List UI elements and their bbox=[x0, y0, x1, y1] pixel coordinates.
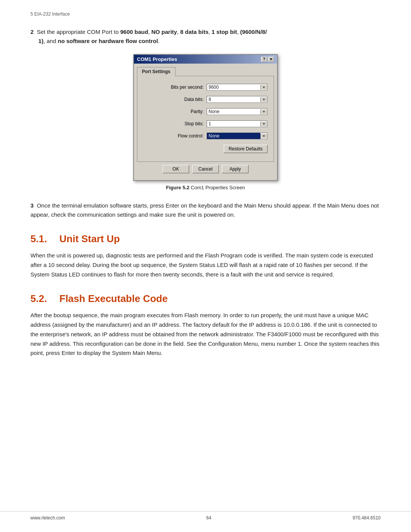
section-51-heading: 5.1. Unit Start Up bbox=[30, 233, 381, 245]
stop-bits-value: 1 bbox=[207, 121, 260, 127]
bits-per-second-label: Bits per second: bbox=[166, 85, 204, 90]
breadcrumb: 5 EIA-232 Interface bbox=[30, 11, 381, 17]
dialog-title: COM1 Properties bbox=[137, 56, 177, 62]
parity-label: Parity: bbox=[166, 109, 204, 114]
section-51-body: When the unit is powered up, diagnostic … bbox=[30, 251, 381, 279]
bits-per-second-row: Bits per second: 9600 ▼ bbox=[143, 84, 268, 91]
stop-bits-label: Stop bits: bbox=[166, 121, 204, 126]
stop-bits-select[interactable]: 1 ▼ bbox=[207, 120, 268, 127]
bits-per-second-value: 9600 bbox=[207, 84, 260, 90]
dialog-body: Port Settings Bits per second: 9600 ▼ Da bbox=[134, 64, 277, 180]
section-51-number: 5.1. bbox=[30, 233, 53, 245]
ok-button[interactable]: OK bbox=[162, 165, 189, 173]
dialog-tabs: Port Settings bbox=[137, 67, 274, 76]
stop-bits-arrow[interactable]: ▼ bbox=[260, 121, 267, 126]
bits-per-second-select[interactable]: 9600 ▼ bbox=[207, 84, 268, 91]
flow-control-row: Flow control: None ▼ bbox=[143, 133, 268, 139]
page-footer: www.rletech.com 64 970.484.6510 bbox=[0, 511, 411, 521]
close-button[interactable]: ✕ bbox=[268, 57, 274, 62]
restore-defaults-row: Restore Defaults bbox=[143, 145, 268, 153]
titlebar-buttons: ? ✕ bbox=[261, 57, 274, 62]
dialog-titlebar: COM1 Properties ? ✕ bbox=[134, 55, 277, 64]
help-button[interactable]: ? bbox=[261, 57, 267, 62]
section-51-title: Unit Start Up bbox=[59, 233, 120, 245]
stop-bits-row: Stop bits: 1 ▼ bbox=[143, 120, 268, 127]
data-bits-label: Data bits: bbox=[166, 97, 204, 102]
data-bits-select[interactable]: 8 ▼ bbox=[207, 96, 268, 103]
figure-container: COM1 Properties ? ✕ Port Settings Bits p… bbox=[30, 54, 381, 190]
section-52-heading: 5.2. Flash Executable Code bbox=[30, 293, 381, 305]
restore-defaults-button[interactable]: Restore Defaults bbox=[224, 145, 268, 153]
parity-value: None bbox=[207, 109, 260, 115]
com1-properties-dialog: COM1 Properties ? ✕ Port Settings Bits p… bbox=[133, 54, 278, 181]
dialog-content: Bits per second: 9600 ▼ Data bits: 8 ▼ bbox=[137, 76, 274, 162]
port-settings-tab[interactable]: Port Settings bbox=[137, 67, 175, 76]
section-52-title: Flash Executable Code bbox=[59, 293, 168, 305]
flow-control-label: Flow control: bbox=[166, 133, 204, 139]
data-bits-value: 8 bbox=[207, 96, 260, 102]
apply-button[interactable]: Apply bbox=[222, 165, 249, 173]
parity-row: Parity: None ▼ bbox=[143, 108, 268, 115]
data-bits-arrow[interactable]: ▼ bbox=[260, 97, 267, 102]
flow-control-value: None bbox=[207, 133, 260, 139]
cancel-button[interactable]: Cancel bbox=[192, 165, 219, 173]
flow-control-select[interactable]: None ▼ bbox=[207, 133, 268, 139]
step2-text: 2 Set the appropriate COM Port to 9600 b… bbox=[30, 27, 381, 46]
figure-caption: Figure 5.2 Com1 Properties Screen bbox=[166, 185, 245, 190]
footer-right: 970.484.6510 bbox=[353, 515, 381, 521]
flow-control-arrow[interactable]: ▼ bbox=[260, 134, 267, 139]
bits-per-second-arrow[interactable]: ▼ bbox=[260, 85, 267, 90]
footer-center: 64 bbox=[206, 515, 211, 521]
data-bits-row: Data bits: 8 ▼ bbox=[143, 96, 268, 103]
parity-arrow[interactable]: ▼ bbox=[260, 109, 267, 114]
parity-select[interactable]: None ▼ bbox=[207, 108, 268, 115]
section-52-number: 5.2. bbox=[30, 293, 53, 305]
footer-left: www.rletech.com bbox=[30, 515, 65, 521]
step3-text: 3 Once the terminal emulation software s… bbox=[30, 201, 381, 219]
dialog-footer: OK Cancel Apply bbox=[137, 162, 274, 177]
section-52-body: After the bootup sequence, the main prog… bbox=[30, 311, 381, 358]
